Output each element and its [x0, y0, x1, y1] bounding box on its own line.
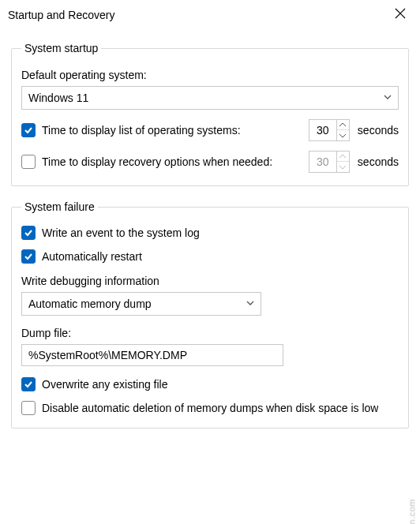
debug-info-value: Automatic memory dump	[28, 298, 152, 310]
default-os-label: Default operating system:	[21, 69, 399, 81]
spin-up-button	[337, 152, 349, 162]
write-event-label: Write an event to the system log	[42, 226, 200, 239]
auto-restart-label: Automatically restart	[42, 250, 142, 263]
check-icon	[24, 228, 33, 238]
display-list-spinner[interactable]	[309, 119, 350, 141]
caret-up-icon	[339, 154, 346, 159]
system-failure-legend: System failure	[21, 200, 98, 213]
recovery-options-value	[309, 152, 336, 172]
check-icon	[24, 125, 33, 135]
write-event-checkbox[interactable]	[21, 226, 36, 240]
auto-restart-checkbox[interactable]	[21, 249, 36, 264]
spin-down-button	[337, 162, 349, 172]
system-startup-legend: System startup	[21, 42, 101, 54]
recovery-options-unit: seconds	[358, 155, 399, 168]
system-startup-group: System startup Default operating system:…	[11, 42, 409, 186]
check-icon	[24, 380, 33, 389]
watermark: wsxdn.com	[407, 499, 417, 524]
overwrite-checkbox[interactable]	[21, 377, 36, 391]
overwrite-label: Overwrite any existing file	[42, 378, 168, 391]
debug-info-label: Write debugging information	[21, 275, 399, 287]
overwrite-row: Overwrite any existing file	[21, 377, 399, 391]
window-title: Startup and Recovery	[8, 9, 114, 21]
caret-down-icon	[339, 133, 346, 138]
close-button[interactable]	[390, 6, 411, 23]
disable-delete-row: Disable automatic deletion of memory dum…	[21, 401, 399, 415]
disable-delete-checkbox[interactable]	[21, 401, 36, 415]
titlebar: Startup and Recovery	[0, 0, 420, 28]
dump-file-value: %SystemRoot%\MEMORY.DMP	[28, 349, 187, 361]
display-list-checkbox[interactable]	[21, 123, 36, 137]
display-list-unit: seconds	[358, 124, 399, 137]
check-icon	[24, 252, 33, 261]
dump-file-input[interactable]: %SystemRoot%\MEMORY.DMP	[21, 344, 283, 366]
close-icon	[395, 8, 406, 19]
disable-delete-label: Disable automatic deletion of memory dum…	[42, 402, 378, 414]
display-list-value[interactable]	[309, 120, 336, 140]
display-list-row: Time to display list of operating system…	[21, 119, 399, 141]
spin-down-button[interactable]	[337, 130, 349, 140]
default-os-value: Windows 11	[28, 92, 88, 104]
display-list-label: Time to display list of operating system…	[42, 124, 241, 137]
default-os-select[interactable]: Windows 11	[21, 86, 399, 110]
caret-down-icon	[339, 165, 346, 170]
recovery-options-checkbox[interactable]	[21, 155, 36, 169]
recovery-options-row: Time to display recovery options when ne…	[21, 151, 399, 173]
spin-up-button[interactable]	[337, 120, 349, 130]
dump-file-label: Dump file:	[21, 327, 399, 339]
system-failure-group: System failure Write an event to the sys…	[11, 200, 409, 429]
debug-info-select[interactable]: Automatic memory dump	[21, 292, 261, 316]
chevron-down-icon	[383, 92, 392, 104]
caret-up-icon	[339, 122, 346, 127]
write-event-row: Write an event to the system log	[21, 226, 399, 240]
auto-restart-row: Automatically restart	[21, 249, 399, 264]
chevron-down-icon	[246, 298, 255, 310]
recovery-options-spinner	[309, 151, 350, 173]
recovery-options-label: Time to display recovery options when ne…	[42, 155, 272, 168]
